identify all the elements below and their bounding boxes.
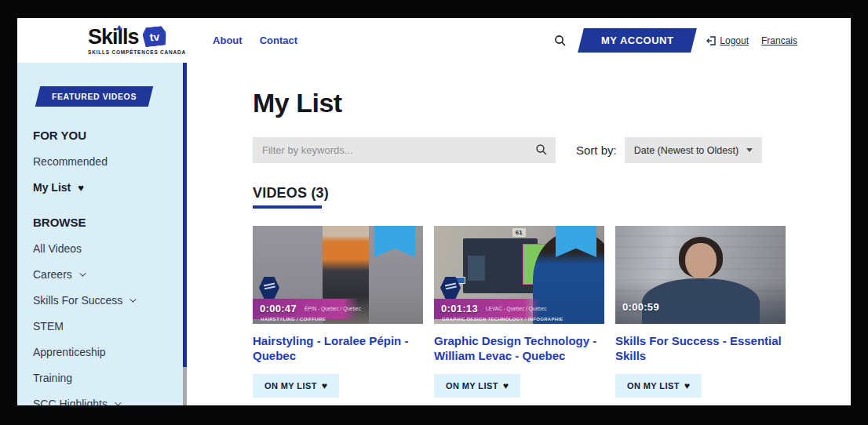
thumbnail-figure xyxy=(642,278,760,324)
corner-ribbon xyxy=(374,226,415,257)
sort-selected-value: Date (Newest to Oldest) xyxy=(634,145,739,156)
sidebar-item-scc-highlights[interactable]: SCC Highlights xyxy=(33,398,183,405)
chevron-down-icon xyxy=(115,399,121,405)
on-my-list-badge[interactable]: ON MY LIST ♥ xyxy=(434,374,520,398)
sidebar-item-label: STEM xyxy=(33,320,64,332)
on-my-list-label: ON MY LIST xyxy=(264,381,317,390)
heading-underline xyxy=(253,205,322,209)
sidebar-item-recommended[interactable]: Recommended xyxy=(33,155,183,168)
video-card: 0:00:59 Skills For Success - Essential S… xyxy=(615,226,786,398)
nav-about-link[interactable]: About xyxy=(213,35,243,46)
content-row: FEATURED VIDEOS FOR YOU Recommended My L… xyxy=(17,63,851,405)
sidebar-item-label: Careers xyxy=(33,268,72,281)
sidebar-item-label: Recommended xyxy=(33,155,108,168)
video-thumbnail[interactable]: 0:00:59 xyxy=(615,226,786,324)
sidebar-item-stem[interactable]: STEM xyxy=(33,320,183,332)
thumbnail-figure xyxy=(685,243,717,279)
chevron-down-icon xyxy=(79,270,86,276)
featured-videos-button[interactable]: FEATURED VIDEOS xyxy=(35,86,153,107)
search-button[interactable] xyxy=(553,33,568,49)
main-content: My List Sort by: Date (Newest to xyxy=(187,63,851,405)
sidebar-item-training[interactable]: Training xyxy=(33,372,183,384)
sidebar-item-label: Training xyxy=(33,372,72,384)
overlay-category-text: HAIRSTYLING / COIFFURE xyxy=(261,317,326,321)
logout-icon xyxy=(706,36,717,45)
video-duration: 0:00:59 xyxy=(622,301,659,313)
video-title-link[interactable]: Hairstyling - Loralee Pépin - Quebec xyxy=(253,333,423,363)
search-icon xyxy=(535,143,548,156)
scc-hexagon-logo-icon xyxy=(259,277,279,299)
on-my-list-label: ON MY LIST xyxy=(446,381,498,390)
nav-contact-link[interactable]: Contact xyxy=(260,35,297,46)
video-thumbnail[interactable]: 61 LEVAC - Quebec / Québec GRAPHIC DESIG… xyxy=(434,226,604,324)
chevron-down-icon xyxy=(130,296,137,302)
search-icon xyxy=(554,35,567,47)
page-title: My List xyxy=(253,88,851,118)
logo-title-text: Skills xyxy=(88,25,139,49)
filter-search-button[interactable] xyxy=(535,143,548,159)
filter-field-wrap xyxy=(253,137,556,163)
screenshot-frame: Skills tv SKILLS COMPÉTENCES CANADA Abou… xyxy=(0,0,868,425)
site-window: Skills tv SKILLS COMPÉTENCES CANADA Abou… xyxy=(17,18,851,405)
filter-keywords-input[interactable] xyxy=(253,137,556,163)
caret-down-icon xyxy=(746,148,753,152)
logout-link[interactable]: Logout xyxy=(706,35,749,46)
logo-accent-icon xyxy=(116,25,122,30)
my-account-label: MY ACCOUNT xyxy=(601,35,673,46)
on-my-list-badge[interactable]: ON MY LIST ♥ xyxy=(615,374,702,398)
heart-icon: ♥ xyxy=(78,182,84,194)
sidebar-item-careers[interactable]: Careers xyxy=(33,268,183,281)
logo-subtitle: SKILLS COMPÉTENCES CANADA xyxy=(88,49,186,55)
language-toggle-link[interactable]: Francais xyxy=(761,35,797,46)
logout-label: Logout xyxy=(720,35,749,46)
heart-icon: ♥ xyxy=(684,380,691,391)
sidebar-item-apprenticeship[interactable]: Apprenticeship xyxy=(33,346,183,358)
overlay-name-text: LEVAC - Quebec / Québec xyxy=(486,306,547,311)
video-title-link[interactable]: Graphic Design Technology - William Leva… xyxy=(434,333,604,363)
sidebar-item-label: Apprenticeship xyxy=(33,346,106,358)
video-card-list: ÉPIN - Quebec / Québec HAIRSTYLING / COI… xyxy=(253,226,851,398)
sidebar-item-my-list[interactable]: My List ♥ xyxy=(33,181,183,194)
video-duration: 0:01:13 xyxy=(441,303,478,314)
videos-count-heading: VIDEOS (3) xyxy=(253,185,851,202)
on-my-list-badge[interactable]: ON MY LIST ♥ xyxy=(253,374,339,398)
thumbnail-figure xyxy=(468,256,485,282)
logo-wordmark: Skills xyxy=(88,27,139,47)
tv-badge-icon: tv xyxy=(141,26,166,48)
video-card: 61 LEVAC - Quebec / Québec GRAPHIC DESIG… xyxy=(434,226,604,398)
overlay-name-text: ÉPIN - Quebec / Québec xyxy=(305,306,361,311)
station-number-sign: 61 xyxy=(512,228,526,237)
main-nav: About Contact xyxy=(213,35,297,46)
video-card: ÉPIN - Quebec / Québec HAIRSTYLING / COI… xyxy=(253,226,423,398)
sidebar-item-label: Skills For Success xyxy=(33,294,122,307)
video-title-link[interactable]: Skills For Success - Essential Skills xyxy=(615,333,786,363)
sidebar-item-all-videos[interactable]: All Videos xyxy=(33,242,183,255)
top-header: Skills tv SKILLS COMPÉTENCES CANADA Abou… xyxy=(17,18,851,63)
sidebar-item-label: All Videos xyxy=(33,242,82,255)
heart-icon: ♥ xyxy=(503,380,509,391)
sidebar-item-skills-for-success[interactable]: Skills For Success xyxy=(33,294,183,307)
featured-videos-label: FEATURED VIDEOS xyxy=(52,92,137,101)
sort-by-label: Sort by: xyxy=(576,143,617,157)
video-thumbnail[interactable]: ÉPIN - Quebec / Québec HAIRSTYLING / COI… xyxy=(253,226,423,324)
sidebar-heading-for-you: FOR YOU xyxy=(33,129,183,142)
language-label: Francais xyxy=(761,35,797,46)
sidebar-item-label: SCC Highlights xyxy=(33,398,108,405)
sidebar: FEATURED VIDEOS FOR YOU Recommended My L… xyxy=(17,63,183,405)
overlay-category-text: GRAPHIC DESIGN TECHNOLOGY / INFOGRAPHIE xyxy=(442,317,563,321)
video-duration: 0:00:47 xyxy=(260,303,297,314)
header-actions: MY ACCOUNT Logout Francais xyxy=(553,28,797,53)
list-toolbar: Sort by: Date (Newest to Oldest) xyxy=(253,137,851,163)
my-account-button[interactable]: MY ACCOUNT xyxy=(578,28,697,53)
heart-icon: ♥ xyxy=(322,380,328,391)
sidebar-heading-browse: BROWSE xyxy=(33,216,183,229)
on-my-list-label: ON MY LIST xyxy=(627,381,680,390)
skills-tv-logo[interactable]: Skills tv SKILLS COMPÉTENCES CANADA xyxy=(88,27,186,55)
sort-order-select[interactable]: Date (Newest to Oldest) xyxy=(625,137,762,163)
sidebar-item-label: My List xyxy=(33,181,71,194)
